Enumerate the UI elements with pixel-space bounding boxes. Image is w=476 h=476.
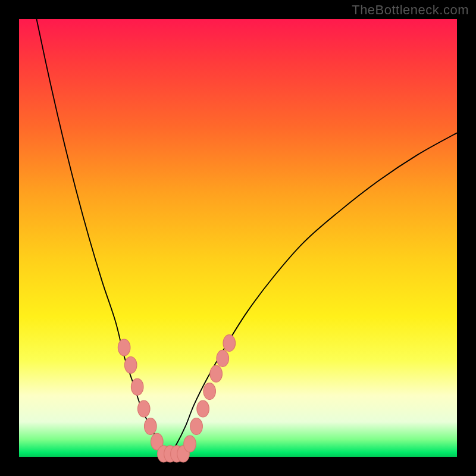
highlight-marker xyxy=(210,365,223,382)
curve-left-branch xyxy=(36,19,168,457)
curve-right-branch xyxy=(168,133,457,457)
highlight-marker xyxy=(124,356,137,373)
highlight-marker xyxy=(223,335,236,352)
watermark-text: TheBottleneck.com xyxy=(352,2,469,18)
highlight-marker xyxy=(190,418,203,434)
highlight-marker xyxy=(203,383,216,400)
highlight-marker xyxy=(118,339,130,356)
chart-svg xyxy=(19,19,457,457)
highlight-marker xyxy=(144,418,156,434)
highlight-marker xyxy=(131,378,143,395)
highlight-marker xyxy=(217,350,229,367)
highlight-marker xyxy=(137,400,150,417)
plot-area xyxy=(19,19,457,457)
highlight-marker xyxy=(197,400,209,417)
chart-frame: TheBottleneck.com xyxy=(0,0,476,476)
highlight-marker xyxy=(184,436,196,452)
